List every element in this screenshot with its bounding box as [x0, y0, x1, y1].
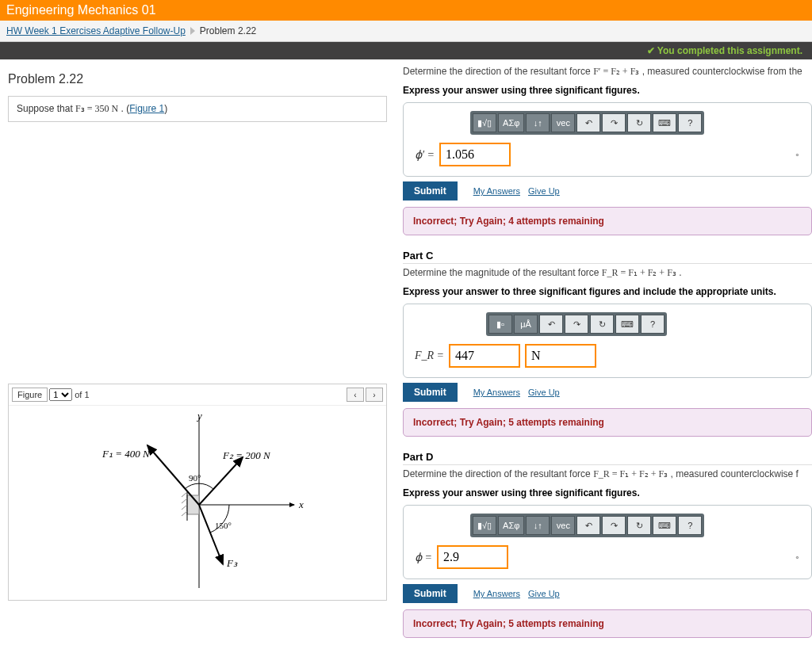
suppose-math: F₃ = 350 N: [75, 103, 118, 114]
partd-prompt-pre: Determine the direction of the resultant…: [403, 468, 593, 479]
breadcrumb: HW Week 1 Exercises Adaptive Follow-Up P…: [0, 21, 812, 42]
templates-button[interactable]: ▮√▯: [473, 516, 496, 535]
greek-button[interactable]: ΑΣφ: [498, 516, 524, 535]
svg-line-10: [199, 457, 243, 505]
partd-prompt-math: F_R = F₁ + F₂ + F₃: [593, 468, 668, 479]
suppose-post: . (: [121, 103, 130, 114]
problem-title: Problem 2.22: [8, 72, 387, 86]
completed-banner: You completed this assignment.: [0, 42, 812, 59]
partd-submit-button[interactable]: Submit: [403, 584, 458, 603]
reset-button[interactable]: ↻: [590, 315, 614, 334]
partc-my-answers-link[interactable]: My Answers: [473, 388, 520, 397]
breadcrumb-current: Problem 2.22: [200, 25, 256, 36]
partc-toolbar: ▮▫ μÅ ↶ ↷ ↻ ⌨ ?: [486, 312, 667, 336]
partd-answer-box: ▮√▯ ΑΣφ ↓↑ vec ↶ ↷ ↻ ⌨ ? ϕ = ∘: [403, 505, 812, 579]
svg-line-11: [199, 505, 223, 564]
help-button[interactable]: ?: [641, 315, 665, 334]
partb-var: ϕ′ =: [415, 148, 435, 162]
partb-prompt-pre: Determine the direction of the resultant…: [403, 66, 593, 77]
redo-button[interactable]: ↷: [565, 315, 588, 334]
templates-button[interactable]: ▮√▯: [473, 113, 496, 132]
partb-answer-box: ▮√▯ ΑΣφ ↓↑ vec ↶ ↷ ↻ ⌨ ? ϕ′ = ∘: [403, 102, 812, 177]
svg-text:x: x: [298, 498, 304, 510]
svg-line-6: [182, 498, 187, 503]
partb-prompt-math: F′ = F₂ + F₃: [593, 66, 639, 77]
problem-statement: Suppose that F₃ = 350 N . (Figure 1): [8, 96, 387, 122]
suppose-close: ): [164, 103, 167, 114]
svg-text:F₂ = 200 N: F₂ = 200 N: [222, 449, 271, 461]
redo-button[interactable]: ↷: [602, 516, 626, 535]
partd-my-answers-link[interactable]: My Answers: [473, 589, 520, 598]
partc-answer-box: ▮▫ μÅ ↶ ↷ ↻ ⌨ ? F_R =: [403, 304, 812, 378]
partc-value-input[interactable]: [449, 344, 520, 368]
partb-submit-button[interactable]: Submit: [403, 181, 458, 200]
partb-feedback: Incorrect; Try Again; 4 attempts remaini…: [403, 207, 812, 235]
keyboard-button[interactable]: ⌨: [653, 113, 676, 132]
figure-next-button[interactable]: ›: [366, 388, 383, 402]
vec-button[interactable]: vec: [551, 516, 575, 535]
app-header: Engineering Mechanics 01: [0, 0, 812, 21]
undo-button[interactable]: ↶: [576, 113, 600, 132]
keyboard-button[interactable]: ⌨: [615, 315, 639, 334]
degree-icon: ∘: [795, 150, 800, 160]
partd-toolbar: ▮√▯ ΑΣφ ↓↑ vec ↶ ↷ ↻ ⌨ ?: [470, 514, 704, 537]
greek-button[interactable]: ΑΣφ: [498, 113, 524, 132]
figure-prev-button[interactable]: ‹: [347, 388, 364, 402]
undo-button[interactable]: ↶: [539, 315, 563, 334]
part-d: Part D Determine the direction of the re…: [403, 451, 812, 638]
partb-express: Express your answer using three signific…: [403, 83, 812, 97]
suppose-pre: Suppose that: [17, 103, 75, 114]
svg-line-8: [182, 511, 187, 516]
help-button[interactable]: ?: [678, 516, 702, 535]
chevron-right-icon: [190, 27, 195, 35]
partb-give-up-link[interactable]: Give Up: [528, 186, 560, 196]
partc-give-up-link[interactable]: Give Up: [528, 388, 560, 397]
degree-icon: ∘: [795, 552, 800, 563]
partc-prompt-math: F_R = F₁ + F₂ + F₃: [602, 267, 676, 278]
partc-express: Express your answer to three significant…: [403, 284, 812, 299]
help-button[interactable]: ?: [678, 113, 702, 132]
svg-line-5: [182, 492, 187, 497]
updown-button[interactable]: ↓↑: [526, 516, 550, 535]
figure-panel: Figure 1 of 1 ‹ ›: [8, 384, 387, 601]
partc-submit-button[interactable]: Submit: [403, 383, 458, 402]
redo-button[interactable]: ↷: [602, 113, 626, 132]
breadcrumb-link[interactable]: HW Week 1 Exercises Adaptive Follow-Up: [6, 25, 186, 36]
svg-text:90°: 90°: [189, 473, 201, 483]
svg-line-7: [182, 505, 187, 510]
partb-toolbar: ▮√▯ ΑΣφ ↓↑ vec ↶ ↷ ↻ ⌨ ?: [470, 111, 704, 135]
partd-express: Express your answer using three signific…: [403, 486, 812, 500]
partb-prompt-post: , measured counterclockwise from the: [642, 66, 802, 77]
figure-label: Figure: [12, 388, 48, 402]
updown-button[interactable]: ↓↑: [526, 113, 550, 132]
figure-of: of 1: [75, 390, 89, 399]
partc-feedback: Incorrect; Try Again; 5 attempts remaini…: [403, 408, 812, 437]
partb-my-answers-link[interactable]: My Answers: [473, 186, 520, 196]
partd-feedback: Incorrect; Try Again; 5 attempts remaini…: [403, 609, 812, 638]
partd-give-up-link[interactable]: Give Up: [528, 589, 560, 598]
units-button[interactable]: μÅ: [514, 315, 538, 334]
part-b: Determine the direction of the resultant…: [403, 64, 812, 235]
partc-unit-input[interactable]: [525, 344, 596, 368]
partd-header: Part D: [403, 451, 812, 465]
reset-button[interactable]: ↻: [627, 516, 651, 535]
partc-var: F_R =: [415, 349, 444, 362]
svg-text:F₁ = 400 N: F₁ = 400 N: [102, 448, 151, 460]
svg-text:150°: 150°: [215, 521, 232, 530]
keyboard-button[interactable]: ⌨: [653, 516, 676, 535]
figure-diagram: y x F₁ = 400 N F₂ = 200 N F₃ 90° 150°: [9, 406, 386, 600]
partd-var: ϕ =: [415, 551, 432, 564]
partd-prompt-post: , measured counterclockwise f: [670, 468, 798, 479]
undo-button[interactable]: ↶: [576, 516, 600, 535]
figure-link[interactable]: Figure 1: [129, 103, 164, 114]
partd-input[interactable]: [437, 545, 508, 569]
partb-input[interactable]: [439, 143, 511, 166]
svg-text:F₃: F₃: [226, 557, 238, 569]
figure-select[interactable]: 1: [49, 388, 72, 401]
reset-button[interactable]: ↻: [627, 113, 651, 132]
partc-prompt-pre: Determine the magnitude of the resultant…: [403, 267, 602, 278]
xover-button[interactable]: ▮▫: [488, 315, 512, 334]
part-c: Part C Determine the magnitude of the re…: [403, 250, 812, 437]
vec-button[interactable]: vec: [551, 113, 575, 132]
svg-text:y: y: [196, 410, 202, 422]
